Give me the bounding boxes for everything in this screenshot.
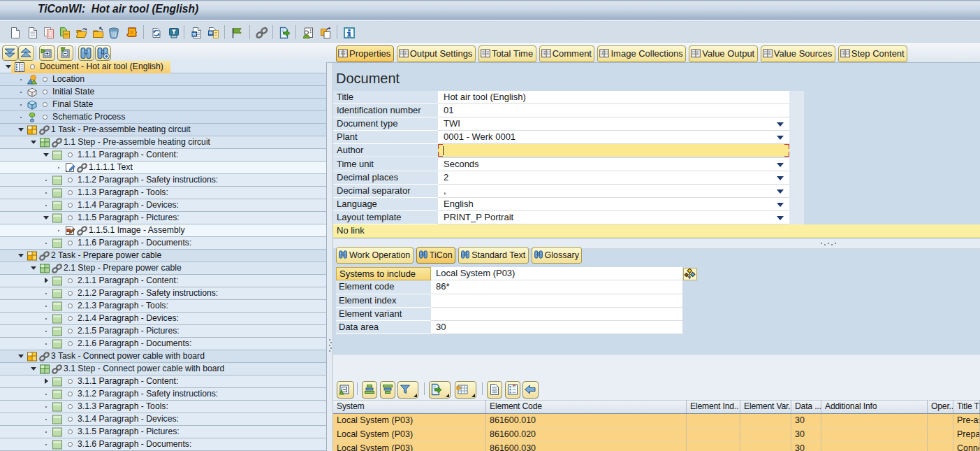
svg-text:W: W [209,31,213,35]
svg-text:W: W [192,32,196,36]
